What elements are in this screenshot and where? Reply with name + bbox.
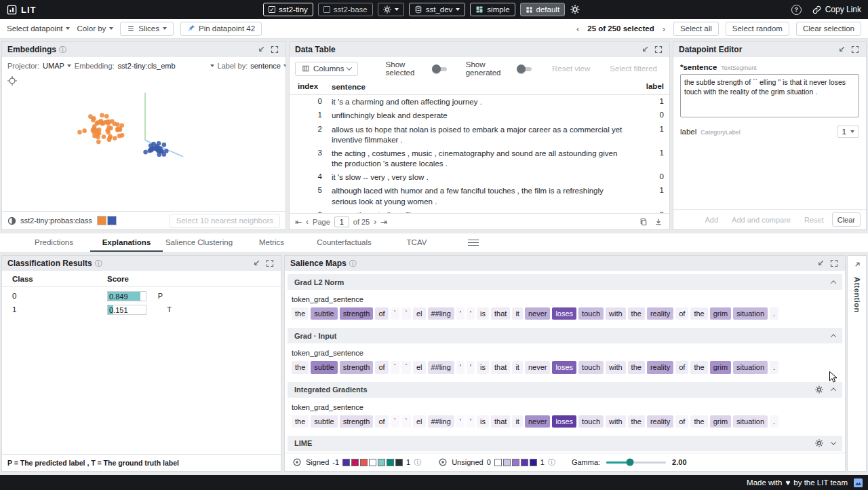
datapoint-dot[interactable] xyxy=(162,143,167,147)
minimize-panel-icon[interactable] xyxy=(256,44,267,55)
embedding-select[interactable]: sst2-tiny:cls_emb xyxy=(118,62,214,70)
last-page-icon[interactable]: ⇥ xyxy=(380,217,387,227)
add-button[interactable]: Add xyxy=(700,212,724,227)
datapoint-dot[interactable] xyxy=(157,141,161,146)
open-panel-icon[interactable] xyxy=(852,259,863,270)
datapoint-dot[interactable] xyxy=(95,121,100,126)
column-header-index[interactable]: index xyxy=(295,82,332,92)
model-chip-sst2-tiny[interactable]: ✓ sst2-tiny xyxy=(263,3,313,16)
gear-icon[interactable] xyxy=(814,438,825,449)
datapoint-dot[interactable] xyxy=(88,114,93,119)
unsigned-cmap-radio[interactable] xyxy=(437,457,448,468)
first-page-icon[interactable]: ⇤ xyxy=(295,217,302,227)
info-icon[interactable]: ⓘ xyxy=(59,46,66,54)
table-row[interactable]: 2allows us to hope that nolan is poised … xyxy=(290,123,669,147)
dataset-chip[interactable]: sst_dev xyxy=(409,3,466,16)
salience-section-header[interactable]: Grad L2 Norm xyxy=(288,274,842,290)
attention-tab-label[interactable]: Attention xyxy=(853,277,861,313)
tab-explanations[interactable]: Explanations xyxy=(90,233,163,252)
select-datapoint-dropdown[interactable]: Select datapoint xyxy=(7,24,70,33)
gamma-slider-knob[interactable] xyxy=(627,459,634,466)
table-row[interactable]: 1unflinchingly bleak and desperate0 xyxy=(290,109,669,122)
gear-icon[interactable] xyxy=(814,384,825,395)
datapoint-dot[interactable] xyxy=(105,128,110,133)
pin-datapoint-button[interactable]: Pin datapoint 42 xyxy=(180,22,262,36)
download-table-icon[interactable] xyxy=(653,216,664,227)
prev-selection-icon[interactable]: ‹ xyxy=(575,24,580,34)
show-generated-toggle[interactable] xyxy=(517,64,533,73)
tab-salience-clustering[interactable]: Salience Clustering xyxy=(163,233,235,252)
select-random-button[interactable]: Select random xyxy=(726,22,789,36)
clear-button[interactable]: Clear xyxy=(832,212,861,227)
info-icon[interactable]: ⓘ xyxy=(548,459,555,466)
select-all-button[interactable]: Select all xyxy=(673,22,719,36)
datapoint-dot[interactable] xyxy=(110,119,115,124)
table-row[interactable]: 0it 's a charming and often affecting jo… xyxy=(290,95,669,109)
datapoint-dot[interactable] xyxy=(157,152,161,157)
maximize-panel-icon[interactable] xyxy=(850,44,861,55)
label-select[interactable]: 1 xyxy=(837,126,859,138)
column-header-label[interactable]: label xyxy=(638,82,664,92)
chevron-up-icon[interactable] xyxy=(831,334,836,339)
tab-counterfactuals[interactable]: Counterfactuals xyxy=(308,233,380,252)
copy-table-icon[interactable] xyxy=(638,216,649,227)
label-by-select[interactable]: sentence xyxy=(250,62,286,70)
datapoint-dot[interactable] xyxy=(82,128,87,133)
datapoint-dot[interactable] xyxy=(113,136,117,140)
tab-metrics[interactable]: Metrics xyxy=(235,233,308,252)
clear-selection-button[interactable]: Clear selection xyxy=(796,22,861,36)
minimize-panel-icon[interactable] xyxy=(836,44,847,55)
minimize-panel-icon[interactable] xyxy=(251,258,262,269)
datapoint-dot[interactable] xyxy=(100,113,104,117)
datapoint-dot[interactable] xyxy=(108,136,113,140)
reset-button[interactable]: Reset xyxy=(799,212,829,227)
maximize-panel-icon[interactable] xyxy=(269,44,280,55)
embedding-scatter[interactable] xyxy=(2,73,285,211)
tab-tcav[interactable]: TCAV xyxy=(380,233,453,252)
table-row[interactable]: 4it 's slow -- very , very slow .0 xyxy=(290,170,669,184)
select-filtered-button[interactable]: Select filtered xyxy=(603,62,664,76)
datapoint-dot[interactable] xyxy=(106,121,111,126)
datapoint-dot[interactable] xyxy=(117,134,122,138)
maximize-panel-icon[interactable] xyxy=(653,44,664,55)
color-by-dropdown[interactable]: Color by xyxy=(77,24,113,33)
signed-cmap-radio[interactable] xyxy=(292,457,302,468)
salience-section-header[interactable]: LIME xyxy=(288,436,842,451)
default-layout-chip[interactable]: default xyxy=(520,3,566,16)
tab-predictions[interactable]: Predictions xyxy=(18,233,90,252)
datapoint-dot[interactable] xyxy=(91,118,96,123)
datapoint-dot[interactable] xyxy=(156,146,161,151)
column-header-sentence[interactable]: sentence xyxy=(332,82,638,92)
model-settings-chip[interactable] xyxy=(378,3,404,16)
chevron-up-icon[interactable] xyxy=(831,388,836,393)
datapoint-dot[interactable] xyxy=(104,114,109,119)
slices-button[interactable]: Slices xyxy=(120,22,174,36)
page-input[interactable] xyxy=(334,216,349,227)
columns-button[interactable]: Columns xyxy=(295,62,358,76)
copy-link-button[interactable]: Copy Link xyxy=(812,5,861,14)
datapoint-dot[interactable] xyxy=(92,130,96,134)
datapoint-dot[interactable] xyxy=(102,134,106,139)
show-selected-toggle[interactable] xyxy=(432,64,448,73)
nearest-neighbors-button[interactable]: Select 10 nearest neighbors xyxy=(170,214,280,228)
help-icon[interactable]: ? xyxy=(791,5,802,15)
maximize-panel-icon[interactable] xyxy=(829,258,840,269)
prev-page-icon[interactable]: ‹ xyxy=(306,217,309,227)
datapoint-dot[interactable] xyxy=(164,149,169,153)
datapoint-dot[interactable] xyxy=(149,147,154,152)
info-icon[interactable]: ⓘ xyxy=(349,260,357,267)
minimize-panel-icon[interactable] xyxy=(639,44,650,55)
datapoint-dot[interactable] xyxy=(115,127,120,132)
attention-panel-collapsed[interactable]: Attention xyxy=(847,255,867,472)
salience-section-header[interactable]: Integrated Gradients xyxy=(288,382,842,398)
projector-select[interactable]: UMAP xyxy=(43,62,71,70)
minimize-panel-icon[interactable] xyxy=(815,258,826,269)
add-and-compare-button[interactable]: Add and compare xyxy=(726,212,796,227)
global-settings-gear-icon[interactable] xyxy=(570,4,580,15)
gamma-slider[interactable] xyxy=(606,461,666,464)
datapoint-dot[interactable] xyxy=(96,140,101,145)
next-selection-icon[interactable]: › xyxy=(661,24,667,34)
next-page-icon[interactable]: › xyxy=(374,217,376,227)
datapoint-dot[interactable] xyxy=(77,130,82,134)
reset-view-button[interactable]: Reset view xyxy=(545,62,597,76)
